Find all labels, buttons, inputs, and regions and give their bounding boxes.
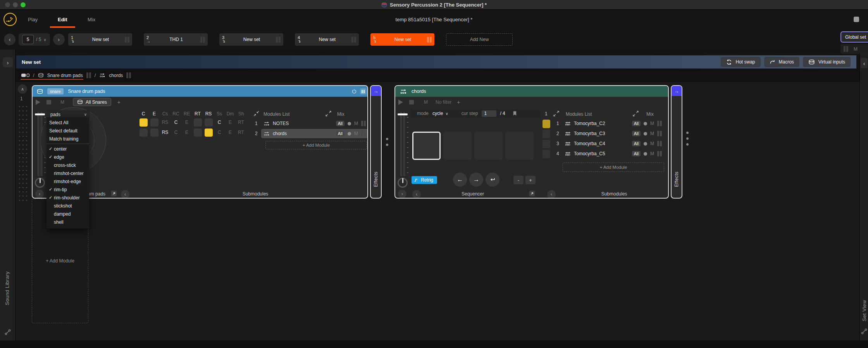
module-mute[interactable]: M [354,131,358,136]
all-zones-chip[interactable]: All [336,131,344,136]
grid-col-Dm[interactable]: Dm [225,111,236,117]
module-mute[interactable]: M [650,121,654,126]
pad-cell-label[interactable]: C [170,127,181,137]
row-drag-handle[interactable] [18,105,28,202]
pad-active-square[interactable] [140,118,148,127]
prev-set-button[interactable]: ‹ [4,34,16,45]
module-mute[interactable]: M [650,131,654,136]
pad-cell-toggle[interactable] [192,127,203,137]
effects-open-arrow[interactable]: → [672,86,682,96]
pad-fader-handle[interactable] [35,113,45,115]
pad-cell-toggle[interactable] [149,117,160,127]
set-slot-2[interactable]: 2→THD 1 [144,33,208,46]
mixer-bars-icon[interactable] [361,131,366,136]
breadcrumb-chords[interactable]: chords [109,73,123,78]
activity-dot-icon[interactable] [644,132,647,135]
menu-item-stickshot[interactable]: stickshot [46,202,89,210]
set-slot-3[interactable]: 3↴New set [219,33,283,46]
module-mute[interactable]: M [354,121,358,126]
popout-icon[interactable] [529,190,535,197]
chevron-down-icon[interactable]: ∨ [445,111,448,116]
all-zones-chip[interactable]: All [336,121,344,126]
activity-dot-icon[interactable] [644,122,647,125]
pad-cell-label[interactable]: RT [236,127,246,137]
mix-label[interactable]: Mix [646,111,654,117]
mixer-bars-icon[interactable] [657,141,662,146]
module-row-body[interactable]: Tomocyrba_C4AllM [563,139,664,148]
pad-cell-label[interactable]: C [214,127,225,137]
next-set-button[interactable]: › [53,34,65,45]
step-forward-button[interactable]: → [469,173,483,187]
module-section-next-button[interactable]: › [398,190,406,198]
module-mute[interactable]: M [650,141,654,146]
stop-icon[interactable] [46,100,51,105]
pad-cell-toggle[interactable] [138,127,149,137]
activity-dot-icon[interactable] [348,122,351,125]
mixer-bars-icon[interactable] [844,46,848,52]
grid-col-RE[interactable]: RE [181,111,192,117]
add-filter-button[interactable]: + [117,99,121,105]
module-row-body[interactable]: Tomocyrba_C2AllM [563,119,664,128]
module-fader-track[interactable] [399,111,406,177]
module-fader-handle[interactable] [398,113,408,115]
mixer-bars-icon[interactable] [657,151,662,156]
expand-modules-icon[interactable] [326,111,331,117]
menu-item-cross-stick[interactable]: cross-stick [46,161,89,169]
submodule-trigger-square[interactable] [542,140,550,148]
set-page-dropdown-icon[interactable]: ∨ [43,38,46,42]
collapse-right-button[interactable]: ‹ [861,58,868,68]
cur-step-input[interactable]: 1 [482,110,496,117]
all-snares-selector[interactable]: All Snares [73,98,111,106]
grid-col-Cs[interactable]: Cs [160,111,170,117]
sequencer-step-3[interactable] [474,132,503,160]
menu-item-rim-shoulder[interactable]: ✓rim-shoulder [46,194,89,202]
grid-col-RC[interactable]: RC [170,111,181,117]
panel-toggle-icon[interactable] [854,17,859,22]
popout-icon[interactable] [111,190,117,197]
activity-dot-icon[interactable] [644,142,647,146]
pads-section-next-button[interactable]: › [35,190,44,198]
add-step-button[interactable]: + [525,176,536,184]
menu-item-match-training[interactable]: Match training [46,135,89,143]
module-row-body[interactable]: NOTESAllM [261,119,368,128]
mixer-bars-icon[interactable] [200,37,205,43]
collapse-row-button[interactable]: ∧ [18,84,27,94]
mixer-bars-icon[interactable] [351,37,356,43]
pad-cell-toggle[interactable] [138,117,149,127]
pad-square[interactable] [150,129,158,137]
pad-square[interactable] [140,129,148,137]
pad-active-square[interactable] [205,129,213,137]
sequencer-step-1[interactable] [412,132,441,160]
chords-pan el-header[interactable]: chords [395,86,668,97]
activity-dot-icon[interactable] [644,152,647,156]
all-zones-chip[interactable]: All [632,151,641,156]
menu-item-edge[interactable]: ✓edge [46,153,89,161]
play-icon[interactable] [36,99,40,105]
step-back-button[interactable]: ← [453,173,467,187]
mute-button[interactable]: M [60,99,64,105]
grid-col-Sh[interactable]: Sh [236,111,246,117]
module-row-Tomocyrba_C3[interactable]: 2Tomocyrba_C3AllM [556,129,664,138]
global-set-button[interactable]: Global set [840,31,868,43]
mixer-bars-icon[interactable] [360,88,366,94]
submodule-trigger-square[interactable] [542,150,550,158]
collapse-section-icon[interactable] [253,111,259,117]
module-row-body[interactable]: Tomocyrba_C3AllM [563,129,664,138]
hot-swap-button[interactable]: Hot swap [721,57,760,67]
expand-group-icon[interactable] [553,111,559,117]
set-slot-1[interactable]: 1↴New set [68,33,132,46]
snare-effects-tab[interactable]: → Effects [370,85,382,199]
menu-item-rimshot-edge[interactable]: rimshot-edge [46,177,89,185]
bookmark-icon[interactable] [513,111,517,116]
menu-item-damped[interactable]: damped [46,210,89,218]
power-icon[interactable] [351,89,357,94]
submodules-prev-button[interactable]: ‹ [121,190,129,199]
set-icon[interactable] [21,73,29,77]
menu-item-select-all[interactable]: Select All [46,118,89,127]
grid-col-Ss[interactable]: Ss [214,111,225,117]
effects-open-arrow[interactable]: → [371,86,381,96]
mixer-bars-icon[interactable] [657,131,662,136]
module-row-body[interactable]: chordsAllM [261,129,368,138]
pad-square[interactable] [194,129,202,137]
pad-cell-label[interactable]: E [181,127,192,137]
